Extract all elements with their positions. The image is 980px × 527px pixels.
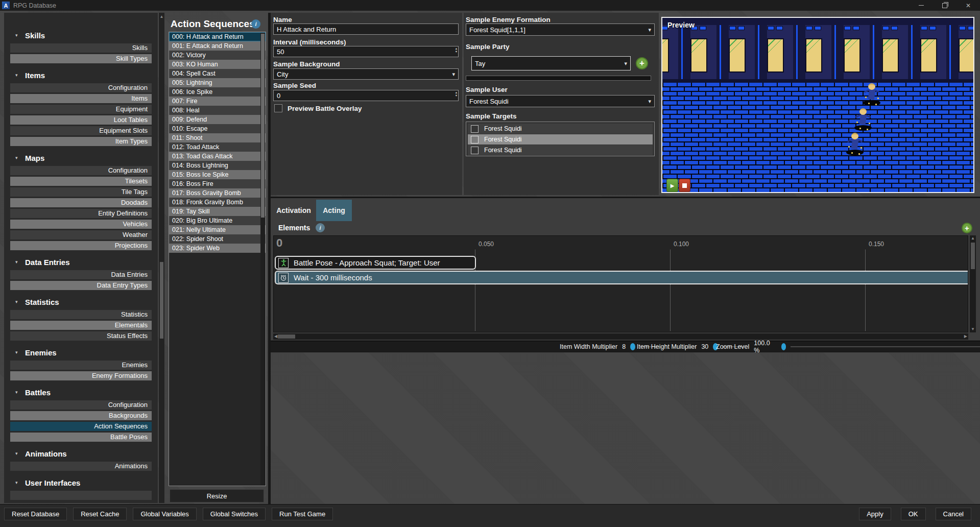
spin-down-icon[interactable]: ▾ (456, 94, 457, 97)
minimize-button[interactable] (910, 0, 933, 11)
interval-spinner[interactable]: ▴▾ (456, 47, 457, 53)
sidebar-item-weather[interactable]: Weather (10, 230, 152, 239)
action-sequence-item[interactable]: 018: Fronk Gravity Bomb (169, 198, 266, 207)
action-sequence-item[interactable]: 019: Tay Skill (169, 207, 266, 216)
sidebar-item-equipment-slots[interactable]: Equipment Slots (10, 126, 152, 135)
sample-target-row[interactable]: Forest Squidi (468, 124, 653, 134)
apply-button[interactable]: Apply (859, 508, 891, 520)
timeline-element[interactable]: Battle Pose - Approach Squat; Target: Us… (275, 256, 476, 270)
sidebar-item-skill-types[interactable]: Skill Types (10, 54, 152, 63)
sidebar-item-backgrounds[interactable]: Backgrounds (10, 411, 152, 420)
sidebar-item-doodads[interactable]: Doodads (10, 198, 152, 207)
sidebar-item-data-entry-types[interactable]: Data Entry Types (10, 281, 152, 290)
action-sequence-item[interactable]: 012: Toad Attack (169, 142, 266, 152)
action-sequence-item[interactable]: 001: E Attack and Return (169, 41, 266, 51)
target-checkbox[interactable] (471, 147, 479, 154)
timeline-hscroll-thumb[interactable] (278, 334, 295, 339)
timeline-element[interactable]: Wait - 300 milliseconds (275, 271, 968, 284)
action-sequence-item[interactable]: 021: Nelly Ultimate (169, 225, 266, 234)
sample-background-dropdown[interactable]: City ▾ (273, 68, 459, 80)
reset-database-button[interactable]: Reset Database (4, 508, 67, 520)
sidebar-item-skills[interactable]: Skills (10, 43, 152, 53)
maximize-button[interactable] (933, 0, 957, 11)
sample-target-row[interactable]: Forest Squidi (468, 145, 653, 155)
scroll-right-icon[interactable]: ▶ (964, 333, 967, 340)
sidebar-section-user-interfaces[interactable]: ▾User Interfaces (4, 477, 158, 488)
sidebar-section-skills[interactable]: ▾Skills (4, 30, 158, 40)
preview-battle-overlay-checkbox[interactable] (274, 104, 282, 112)
sidebar-item-enemies[interactable]: Enemies (10, 361, 152, 370)
sidebar-item-enemy-formations[interactable]: Enemy Formations (10, 371, 152, 380)
ok-button[interactable]: OK (901, 508, 926, 520)
sidebar-item-item-types[interactable]: Item Types (10, 137, 152, 146)
timeline-vscroll-thumb[interactable] (971, 243, 975, 269)
global-variables-button[interactable]: Global Variables (133, 508, 196, 520)
sidebar-section-data-entries[interactable]: ▾Data Entries (4, 257, 158, 267)
global-switches-button[interactable]: Global Switches (203, 508, 266, 520)
target-checkbox[interactable] (471, 125, 479, 133)
action-sequence-item[interactable]: 022: Spider Shoot (169, 234, 266, 244)
cancel-button[interactable]: Cancel (936, 508, 971, 520)
sidebar-item-statistics[interactable]: Statistics (10, 310, 152, 319)
sidebar-section-statistics[interactable]: ▾Statistics (4, 297, 158, 307)
action-sequence-item[interactable]: 023: Spider Web (169, 244, 266, 253)
action-sequence-item[interactable]: 009: Defend (169, 115, 266, 124)
sidebar-item-entity-definitions[interactable]: Entity Definitions (10, 209, 152, 218)
reset-cache-button[interactable]: Reset Cache (73, 508, 127, 520)
scroll-up-icon[interactable]: ▲ (971, 235, 975, 242)
run-test-game-button[interactable]: Run Test Game (272, 508, 333, 520)
sidebar-section-animations[interactable]: ▾Animations (4, 448, 158, 459)
slider-thumb[interactable] (781, 343, 786, 350)
sidebar-item-status-effects[interactable]: Status Effects (10, 331, 152, 341)
sidebar-item-configuration[interactable]: Configuration (10, 400, 152, 410)
spin-down-icon[interactable]: ▾ (456, 50, 457, 53)
sample-party-dropdown[interactable]: Tay ▾ (471, 56, 631, 70)
preview-play-button[interactable]: ▶ (666, 179, 678, 192)
sample-user-dropdown[interactable]: Forest Squidi ▾ (466, 95, 655, 107)
target-checkbox[interactable] (471, 136, 479, 143)
seed-spinner[interactable]: ▴▾ (456, 91, 457, 97)
tab-activation[interactable]: Activation (274, 200, 313, 221)
sidebar-item-animations[interactable]: Animations (10, 462, 152, 471)
sidebar-item-tile-tags[interactable]: Tile Tags (10, 187, 152, 197)
action-sequence-item[interactable]: 004: Spell Cast (169, 69, 266, 78)
action-sequence-item[interactable]: 015: Boss Ice Spike (169, 170, 266, 179)
tab-acting[interactable]: Acting (316, 200, 352, 221)
action-sequence-item[interactable]: 006: Ice Spike (169, 87, 266, 97)
action-sequence-item[interactable]: 007: Fire (169, 97, 266, 106)
action-sequence-item[interactable]: 000: H Attack and Return (169, 32, 266, 41)
sidebar-section-enemies[interactable]: ▾Enemies (4, 347, 158, 357)
preview-stop-button[interactable] (679, 179, 690, 192)
slider-track[interactable] (791, 346, 980, 347)
close-button[interactable]: ✕ (957, 0, 980, 11)
sidebar-item-items[interactable]: Items (10, 94, 152, 103)
sidebar-item-loot-tables[interactable]: Loot Tables (10, 115, 152, 125)
action-sequence-item[interactable]: 011: Shoot (169, 133, 266, 142)
sidebar-item-equipment[interactable]: Equipment (10, 105, 152, 114)
sample-target-row[interactable]: Forest Squidi (468, 134, 653, 145)
sidebar-item-configuration[interactable]: Configuration (10, 166, 152, 175)
sidebar-item-tilesets[interactable]: Tilesets (10, 177, 152, 186)
action-sequence-item[interactable]: 005: Lightning (169, 78, 266, 87)
slider-thumb[interactable] (630, 343, 635, 350)
sidebar-item-elementals[interactable]: Elementals (10, 321, 152, 330)
timeline-vertical-scrollbar[interactable]: ▲ ▼ (970, 235, 976, 332)
sidebar-scrollbar[interactable]: ▲ (159, 13, 164, 503)
action-sequence-item[interactable]: 014: Boss Lightning (169, 161, 266, 170)
timeline-horizontal-scrollbar[interactable]: ◀ ▶ (273, 333, 968, 340)
action-list-scrollbar[interactable] (260, 33, 265, 485)
scroll-left-icon[interactable]: ◀ (274, 333, 277, 340)
action-sequence-item[interactable]: 008: Heal (169, 106, 266, 115)
info-icon[interactable]: i (251, 19, 260, 29)
action-sequence-item[interactable]: 010: Escape (169, 124, 266, 133)
sidebar-item-projections[interactable]: Projections (10, 241, 152, 250)
elements-info-icon[interactable]: i (316, 223, 325, 232)
sidebar-item-blank[interactable] (10, 491, 152, 500)
action-sequence-item[interactable]: 002: Victory (169, 51, 266, 60)
sidebar-section-maps[interactable]: ▾Maps (4, 153, 158, 163)
sidebar-item-data-entries[interactable]: Data Entries (10, 270, 152, 279)
add-party-member-button[interactable]: + (636, 57, 648, 69)
action-sequence-item[interactable]: 020: Big Bro Ultimate (169, 216, 266, 225)
action-sequence-item[interactable]: 017: Boss Gravity Bomb (169, 188, 266, 198)
sidebar-section-battles[interactable]: ▾Battles (4, 387, 158, 397)
